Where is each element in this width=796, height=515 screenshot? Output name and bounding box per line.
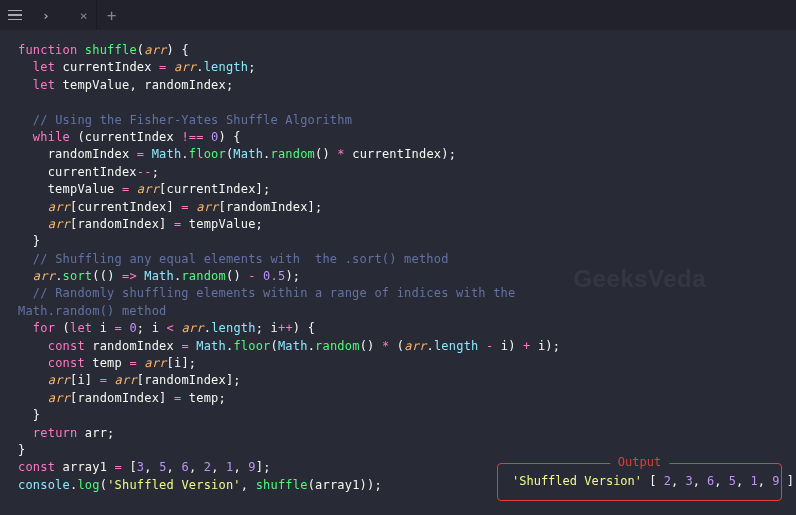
titlebar: › × + (0, 0, 796, 30)
code-editor[interactable]: function shuffle(arr) { let currentIndex… (0, 30, 796, 494)
output-panel: Output 'Shuffled Version' [ 2, 3, 6, 5, … (497, 463, 782, 501)
tab-indicator-icon: › (42, 8, 50, 23)
new-tab-button[interactable]: + (97, 0, 127, 30)
close-icon[interactable]: × (80, 8, 88, 23)
tab-active[interactable]: › × (30, 0, 97, 30)
code-line: function shuffle(arr) { (18, 42, 796, 59)
output-label: Output (610, 455, 669, 469)
watermark: GeeksVeda (573, 265, 706, 293)
menu-icon[interactable] (0, 0, 30, 30)
output-content: 'Shuffled Version' [ 2, 3, 6, 5, 1, 9 ] (512, 474, 767, 488)
